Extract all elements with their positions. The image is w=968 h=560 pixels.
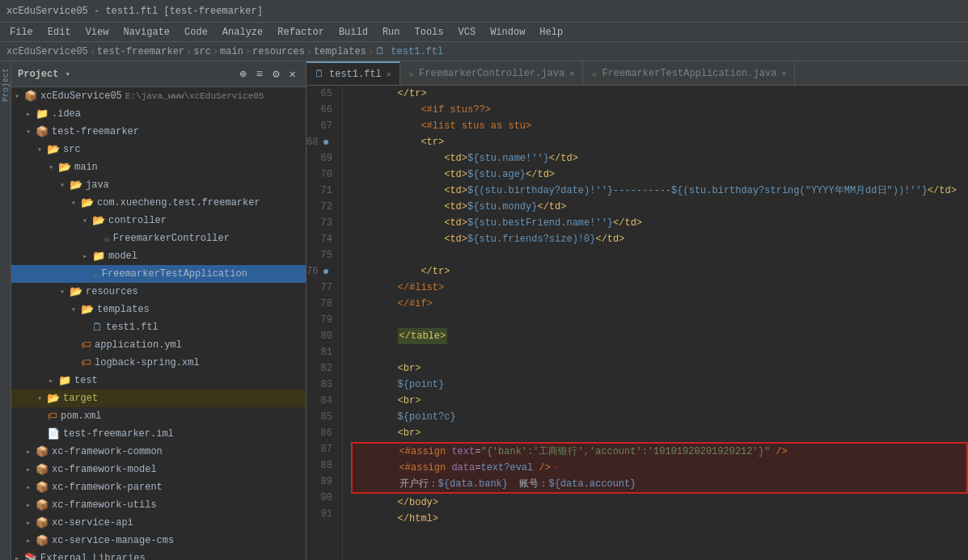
- arrow-templates: ▾: [71, 305, 79, 314]
- tree-item-resources[interactable]: ▾ 📂 resources: [11, 283, 306, 301]
- tree-item-xc-service-manage-cms[interactable]: ▸ 📦 xc-service-manage-cms: [11, 532, 306, 549]
- menu-vcs[interactable]: VCS: [452, 25, 483, 40]
- tree-item-model[interactable]: ▸ 📁 model: [11, 247, 306, 265]
- tree-item-iml[interactable]: 📄 test-freemarker.iml: [11, 425, 306, 443]
- tree-item-pomxml[interactable]: 🏷 pom.xml: [11, 407, 306, 425]
- tree-item-main[interactable]: ▾ 📂 main: [11, 158, 306, 176]
- label-external-libraries: External Libraries: [40, 553, 146, 560]
- gutter-84: 84: [306, 393, 337, 409]
- breadcrumb-src[interactable]: src: [193, 46, 211, 57]
- tab-close-test1ftl[interactable]: ✕: [387, 69, 391, 79]
- arrow-java: ▾: [60, 180, 68, 190]
- left-tab-strip: Project: [0, 61, 11, 560]
- icon-xc-framework-common: 📦: [36, 445, 49, 458]
- tab-icon-test1ftl: 🗒: [315, 68, 324, 80]
- tree-item-xc-framework-parent[interactable]: ▸ 📦 xc-framework-parent: [11, 478, 306, 496]
- tree-item-controller[interactable]: ▾ 📂 controller: [11, 212, 306, 229]
- arrow-resources: ▾: [60, 287, 68, 297]
- sidebar-dropdown[interactable]: ▾: [65, 69, 70, 79]
- icon-package: 📂: [81, 196, 94, 209]
- label-main: main: [74, 162, 98, 173]
- tree-item-package[interactable]: ▾ 📂 com.xuecheng.test.freemarker: [11, 194, 306, 212]
- icon-test-freemarker: 📦: [36, 125, 49, 138]
- tab-FreemarkerController[interactable]: ☕ FreemarkerController.java ✕: [400, 61, 583, 85]
- icon-target: 📂: [47, 392, 60, 405]
- sidebar-settings-btn[interactable]: ⚙: [269, 65, 282, 82]
- breadcrumb-submodule[interactable]: test-freemarker: [97, 46, 184, 57]
- gutter: 65 66 67 68 69 70 71 72 73 74 75 76 77 7…: [306, 86, 343, 560]
- breadcrumb-main[interactable]: main: [220, 46, 243, 57]
- code-line-78: </#if>: [351, 296, 968, 312]
- icon-java-folder: 📂: [70, 179, 82, 192]
- icon-FreemarkerTestApp: ☕: [92, 267, 99, 280]
- breadcrumb-file[interactable]: 🗒 test1.ftl: [375, 45, 443, 57]
- tree-item-xc-framework-utils[interactable]: ▸ 📦 xc-framework-utils: [11, 496, 306, 514]
- tree-item-java[interactable]: ▾ 📂 java: [11, 176, 306, 194]
- sidebar-locate-btn[interactable]: ⊕: [236, 65, 249, 82]
- tree-item-FreemarkerTestApplication[interactable]: ☕ FreemarkerTestApplication: [11, 265, 306, 283]
- path-xcEduService05: E:\java_www\xcEduService05: [125, 91, 264, 101]
- tree-item-xc-framework-common[interactable]: ▸ 📦 xc-framework-common: [11, 443, 306, 461]
- tab-FreemarkerTestApp[interactable]: ☕ FreemarkerTestApplication.java ✕: [583, 61, 795, 85]
- project-tab-label[interactable]: Project: [0, 61, 11, 108]
- tab-label-FreemarkerController: FreemarkerController.java: [419, 68, 564, 79]
- menu-edit[interactable]: Edit: [41, 25, 78, 40]
- tab-test1ftl[interactable]: 🗒 test1.ftl ✕: [306, 61, 400, 85]
- code-line-68: <tr>: [351, 134, 968, 150]
- menu-tools[interactable]: Tools: [408, 25, 450, 40]
- gutter-72: 72: [306, 199, 337, 215]
- sidebar-close-btn[interactable]: ✕: [286, 65, 299, 82]
- arrow-main: ▾: [49, 162, 57, 172]
- menu-file[interactable]: File: [3, 25, 40, 40]
- tab-close-FreemarkerTestApp[interactable]: ✕: [781, 69, 786, 78]
- label-target: target: [63, 393, 98, 404]
- menu-analyze[interactable]: Analyze: [216, 25, 269, 40]
- tree-item-templates[interactable]: ▾ 📂 templates: [11, 301, 306, 318]
- menu-code[interactable]: Code: [178, 25, 214, 40]
- tree-item-xc-framework-model[interactable]: ▸ 📦 xc-framework-model: [11, 461, 306, 478]
- tree-item-test[interactable]: ▸ 📁 test: [11, 372, 306, 389]
- tree-item-src[interactable]: ▾ 📂 src: [11, 141, 306, 158]
- menu-view[interactable]: View: [79, 25, 116, 40]
- breadcrumb-bar: xcEduService05 › test-freemarker › src ›…: [0, 42, 968, 61]
- code-area[interactable]: 65 66 67 68 69 70 71 72 73 74 75 76 77 7…: [306, 86, 968, 560]
- menu-navigate[interactable]: Navigate: [116, 25, 176, 40]
- tree-item-xcEduService05[interactable]: ▾ 📦 xcEduService05 E:\java_www\xcEduServ…: [11, 87, 306, 105]
- code-line-71: <td>${(stu.birthday?date)!''}----------$…: [351, 183, 968, 199]
- tabs-bar: 🗒 test1.ftl ✕ ☕ FreemarkerController.jav…: [306, 61, 968, 86]
- tree-item-applicationyml[interactable]: 🏷 application.yml: [11, 336, 306, 354]
- menu-run[interactable]: Run: [376, 25, 407, 40]
- label-applicationyml: application.yml: [95, 339, 182, 351]
- tree-item-FreemarkerController[interactable]: ☕ FreemarkerController: [11, 229, 306, 247]
- tree-item-test1ftl[interactable]: 🗒 test1.ftl: [11, 318, 306, 336]
- label-idea: .idea: [52, 108, 81, 120]
- tree-item-test-freemarker[interactable]: ▾ 📦 test-freemarker: [11, 123, 306, 141]
- tab-close-FreemarkerController[interactable]: ✕: [569, 69, 574, 78]
- tree-item-idea[interactable]: ▸ 📁 .idea: [11, 105, 306, 123]
- label-package: com.xuecheng.test.freemarker: [97, 197, 260, 208]
- breadcrumb-templates[interactable]: templates: [314, 46, 366, 57]
- icon-iml: 📄: [47, 427, 60, 440]
- label-java: java: [86, 179, 109, 191]
- breadcrumb-resources[interactable]: resources: [252, 46, 305, 57]
- breadcrumb-module[interactable]: xcEduService05: [6, 46, 88, 57]
- icon-src: 📂: [47, 143, 60, 156]
- menu-build[interactable]: Build: [332, 25, 374, 40]
- label-xc-framework-common: xc-framework-common: [52, 446, 163, 457]
- gutter-91: 91: [306, 506, 337, 522]
- code-line-65: </tr>: [351, 86, 968, 102]
- tree-item-target[interactable]: ▾ 📂 target: [11, 389, 306, 407]
- code-line-80: </table>: [351, 328, 968, 344]
- menu-help[interactable]: Help: [533, 25, 569, 40]
- code-lines[interactable]: </tr> <#if stus??> <#list stus as stu> <…: [343, 86, 968, 560]
- gutter-81: 81: [306, 344, 337, 360]
- sidebar-collapse-btn[interactable]: ≡: [253, 66, 266, 82]
- gutter-65: 65: [306, 86, 337, 102]
- gutter-77: 77: [306, 280, 337, 296]
- tree-item-xc-service-api[interactable]: ▸ 📦 xc-service-api: [11, 514, 306, 532]
- menu-window[interactable]: Window: [484, 25, 531, 40]
- menu-refactor[interactable]: Refactor: [271, 25, 331, 40]
- tree-item-external-libraries[interactable]: ▸ 📚 External Libraries: [11, 549, 306, 560]
- label-test1ftl: test1.ftl: [106, 322, 159, 333]
- tree-item-logback[interactable]: 🏷 logback-spring.xml: [11, 354, 306, 372]
